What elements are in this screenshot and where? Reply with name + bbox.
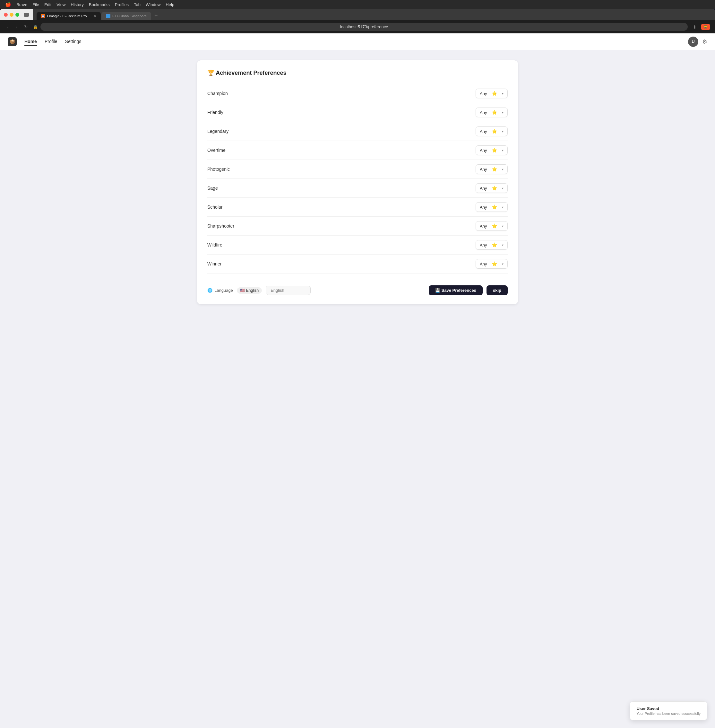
tab-favicon-omagle: 🧿 [41,14,45,18]
chevron-scholar: ▾ [502,205,504,209]
achievement-row-wildfire: Wildfire Any ⭐ ▾ [207,236,508,255]
achievement-row-legendary: Legendary Any ⭐ ▾ [207,122,508,141]
preferences-footer: 🌐 Language 🇺🇸 English 💾 Save Preferences… [207,280,508,295]
achievement-row-overtime: Overtime Any ⭐ ▾ [207,141,508,160]
skip-button[interactable]: skip [487,285,508,295]
star-icon-friendly: ⭐ [492,110,497,115]
menu-window[interactable]: Window [146,2,160,7]
achievement-select-photogenic[interactable]: Any ⭐ ▾ [475,165,508,174]
nav-profile[interactable]: Profile [45,38,57,46]
language-badge[interactable]: 🇺🇸 English [237,287,262,294]
achievement-label-friendly: Friendly [207,110,223,115]
chevron-champion: ▾ [502,92,504,95]
achievement-select-friendly[interactable]: Any ⭐ ▾ [475,107,508,117]
app-content: 📦 Home Profile Settings U ⚙ 🏆 Achievemen… [0,33,715,728]
achievement-select-sharpshooter[interactable]: Any ⭐ ▾ [475,221,508,231]
address-bar: ‹ › ↻ 🔒 ⬆ 🦁 [0,20,715,33]
menu-brave[interactable]: Brave [17,2,27,7]
close-button[interactable] [4,13,8,17]
toast-subtitle: Your Profile has been saved successfully [637,711,701,716]
app-header: 📦 Home Profile Settings U ⚙ [0,33,715,50]
chevron-overtime: ▾ [502,149,504,152]
star-icon-legendary: ⭐ [492,129,497,134]
maximize-button[interactable] [15,13,19,17]
language-text: Language [214,288,233,293]
browser-actions: ⬆ 🦁 [691,24,710,30]
tabs-row: 🧿 Omagle2.0 - Reclaim Protoc... ✕ 🌐 ETHG… [33,9,715,20]
achievement-select-legendary[interactable]: Any ⭐ ▾ [475,127,508,136]
achievement-label-sage: Sage [207,186,218,191]
achievement-select-winner[interactable]: Any ⭐ ▾ [475,259,508,269]
achievement-label-champion: Champion [207,91,228,96]
sidebar-button[interactable] [24,13,29,17]
reload-button[interactable]: ↻ [22,24,30,30]
tab-label-ethglobal: ETHGlobal Singapore [112,14,147,18]
select-value-wildfire: Any [480,243,487,248]
nav-settings[interactable]: Settings [65,38,81,46]
language-value: English [246,288,259,293]
achievement-label-overtime: Overtime [207,148,226,153]
achievement-row-champion: Champion Any ⭐ ▾ [207,84,508,103]
chevron-photogenic: ▾ [502,168,504,171]
achievement-select-overtime[interactable]: Any ⭐ ▾ [475,145,508,155]
star-icon-photogenic: ⭐ [492,166,497,172]
menu-tab[interactable]: Tab [134,2,140,7]
lock-icon: 🔒 [33,25,38,29]
star-icon-winner: ⭐ [492,261,497,266]
tab-ethglobal[interactable]: 🌐 ETHGlobal Singapore [101,12,151,20]
menu-bookmarks[interactable]: Bookmarks [89,2,110,7]
chevron-friendly: ▾ [502,111,504,114]
new-tab-button[interactable]: + [152,12,160,20]
save-preferences-button[interactable]: 💾 Save Preferences [429,285,483,295]
achievement-select-wildfire[interactable]: Any ⭐ ▾ [475,240,508,250]
language-input[interactable] [266,286,311,295]
share-button[interactable]: ⬆ [691,24,698,30]
achievement-label-wildfire: Wildfire [207,242,222,248]
language-label: 🌐 Language [207,288,233,293]
toast-notification: User Saved Your Profile has been saved s… [630,701,707,720]
settings-icon-button[interactable]: ⚙ [702,38,707,45]
select-value-sage: Any [480,186,487,191]
select-value-photogenic: Any [480,167,487,172]
nav-home[interactable]: Home [24,38,37,46]
tab-label-omagle: Omagle2.0 - Reclaim Protoc... [47,14,91,18]
tab-close-omagle[interactable]: ✕ [94,14,96,18]
app-header-right: U ⚙ [688,36,707,47]
menu-file[interactable]: File [32,2,39,7]
menu-view[interactable]: View [56,2,65,7]
user-avatar[interactable]: U [688,36,698,47]
achievement-select-sage[interactable]: Any ⭐ ▾ [475,183,508,193]
minimize-button[interactable] [10,13,14,17]
achievement-select-scholar[interactable]: Any ⭐ ▾ [475,202,508,212]
star-icon-overtime: ⭐ [492,148,497,153]
tab-bar-container: 🧿 Omagle2.0 - Reclaim Protoc... ✕ 🌐 ETHG… [0,9,715,20]
menu-help[interactable]: Help [166,2,174,7]
star-icon-scholar: ⭐ [492,204,497,210]
address-input[interactable] [41,23,688,31]
globe-icon: 🌐 [207,288,213,293]
achievement-label-legendary: Legendary [207,129,228,134]
traffic-lights [0,10,33,20]
preferences-card: 🏆 Achievement Preferences Champion Any ⭐… [197,60,518,304]
tab-omagle[interactable]: 🧿 Omagle2.0 - Reclaim Protoc... ✕ [36,12,101,20]
menu-profiles[interactable]: Profiles [115,2,129,7]
back-button[interactable]: ‹ [5,24,11,30]
achievement-row-sage: Sage Any ⭐ ▾ [207,179,508,198]
select-value-scholar: Any [480,205,487,210]
star-icon-champion: ⭐ [492,91,497,96]
select-value-sharpshooter: Any [480,224,487,228]
menu-history[interactable]: History [71,2,83,7]
preferences-title: 🏆 Achievement Preferences [207,69,508,76]
achievement-select-champion[interactable]: Any ⭐ ▾ [475,89,508,98]
star-icon-sharpshooter: ⭐ [492,224,497,228]
chevron-wildfire: ▾ [502,243,504,247]
menu-edit[interactable]: Edit [44,2,51,7]
brave-shield[interactable]: 🦁 [701,24,710,30]
tab-favicon-ethglobal: 🌐 [106,14,110,18]
chevron-winner: ▾ [502,262,504,266]
achievement-row-friendly: Friendly Any ⭐ ▾ [207,103,508,122]
macos-menubar: 🍎 Brave File Edit View History Bookmarks… [0,0,715,9]
apple-menu[interactable]: 🍎 [5,2,11,8]
forward-button[interactable]: › [14,24,19,30]
select-value-winner: Any [480,261,487,266]
